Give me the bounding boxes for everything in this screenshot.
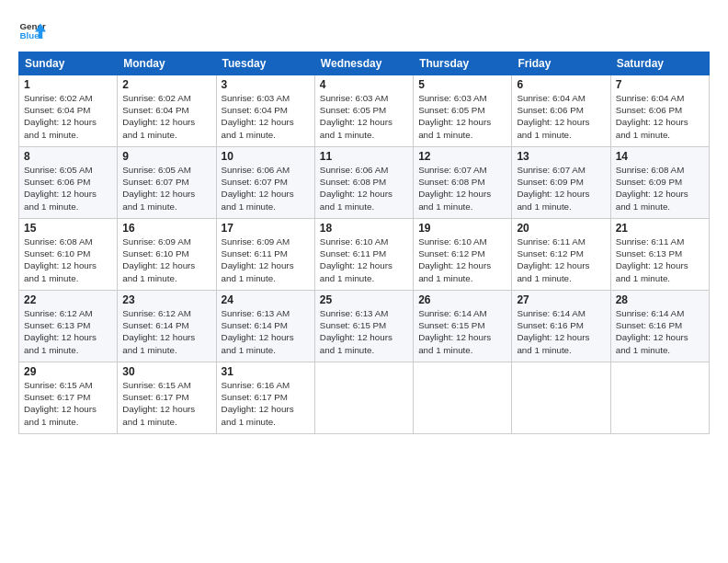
- calendar-cell: 1Sunrise: 6:02 AM Sunset: 6:04 PM Daylig…: [19, 75, 118, 147]
- calendar-cell: [314, 362, 413, 434]
- calendar-cell: 9Sunrise: 6:05 AM Sunset: 6:07 PM Daylig…: [118, 147, 216, 219]
- day-info: Sunrise: 6:02 AM Sunset: 6:04 PM Dayligh…: [122, 92, 210, 141]
- calendar-cell: 20Sunrise: 6:11 AM Sunset: 6:12 PM Dayli…: [512, 219, 610, 291]
- calendar-cell: 4Sunrise: 6:03 AM Sunset: 6:05 PM Daylig…: [314, 75, 413, 147]
- day-number: 17: [222, 222, 310, 235]
- logo-icon: General Blue: [18, 17, 46, 44]
- day-info: Sunrise: 6:13 AM Sunset: 6:14 PM Dayligh…: [222, 307, 310, 356]
- day-info: Sunrise: 6:14 AM Sunset: 6:15 PM Dayligh…: [418, 307, 506, 356]
- day-number: 2: [122, 78, 210, 91]
- day-number: 5: [418, 78, 506, 91]
- day-number: 6: [517, 78, 605, 91]
- week-row-5: 29Sunrise: 6:15 AM Sunset: 6:17 PM Dayli…: [19, 362, 710, 434]
- day-info: Sunrise: 6:08 AM Sunset: 6:10 PM Dayligh…: [24, 236, 112, 284]
- day-number: 23: [122, 293, 210, 306]
- calendar-cell: 7Sunrise: 6:04 AM Sunset: 6:06 PM Daylig…: [610, 75, 709, 147]
- calendar-cell: 18Sunrise: 6:10 AM Sunset: 6:11 PM Dayli…: [314, 219, 413, 291]
- calendar-cell: [414, 362, 512, 434]
- day-number: 14: [616, 150, 704, 163]
- calendar-cell: 2Sunrise: 6:02 AM Sunset: 6:04 PM Daylig…: [118, 75, 216, 147]
- day-number: 29: [24, 365, 112, 378]
- day-info: Sunrise: 6:09 AM Sunset: 6:11 PM Dayligh…: [222, 236, 310, 284]
- day-info: Sunrise: 6:15 AM Sunset: 6:17 PM Dayligh…: [122, 379, 210, 428]
- day-number: 19: [418, 222, 506, 235]
- calendar-cell: 15Sunrise: 6:08 AM Sunset: 6:10 PM Dayli…: [19, 219, 118, 291]
- calendar-cell: 28Sunrise: 6:14 AM Sunset: 6:16 PM Dayli…: [610, 291, 709, 362]
- calendar-cell: 19Sunrise: 6:10 AM Sunset: 6:12 PM Dayli…: [414, 219, 512, 291]
- day-info: Sunrise: 6:05 AM Sunset: 6:07 PM Dayligh…: [122, 164, 210, 213]
- day-info: Sunrise: 6:07 AM Sunset: 6:09 PM Dayligh…: [517, 164, 605, 213]
- calendar-cell: 3Sunrise: 6:03 AM Sunset: 6:04 PM Daylig…: [216, 75, 314, 147]
- day-info: Sunrise: 6:11 AM Sunset: 6:12 PM Dayligh…: [517, 236, 605, 284]
- day-number: 30: [122, 365, 210, 378]
- calendar-cell: 26Sunrise: 6:14 AM Sunset: 6:15 PM Dayli…: [414, 291, 512, 362]
- day-number: 13: [517, 150, 605, 163]
- day-info: Sunrise: 6:07 AM Sunset: 6:08 PM Dayligh…: [418, 164, 506, 213]
- calendar-cell: 22Sunrise: 6:12 AM Sunset: 6:13 PM Dayli…: [19, 291, 118, 362]
- week-row-4: 22Sunrise: 6:12 AM Sunset: 6:13 PM Dayli…: [19, 291, 710, 362]
- calendar-cell: 25Sunrise: 6:13 AM Sunset: 6:15 PM Dayli…: [314, 291, 413, 362]
- day-info: Sunrise: 6:08 AM Sunset: 6:09 PM Dayligh…: [616, 164, 704, 213]
- day-number: 27: [517, 293, 605, 306]
- day-number: 20: [517, 222, 605, 235]
- weekday-header-monday: Monday: [118, 52, 216, 75]
- day-info: Sunrise: 6:04 AM Sunset: 6:06 PM Dayligh…: [517, 92, 605, 141]
- day-info: Sunrise: 6:03 AM Sunset: 6:04 PM Dayligh…: [222, 92, 310, 141]
- weekday-header-row: SundayMondayTuesdayWednesdayThursdayFrid…: [19, 52, 710, 75]
- calendar-cell: 30Sunrise: 6:15 AM Sunset: 6:17 PM Dayli…: [118, 362, 216, 434]
- day-info: Sunrise: 6:12 AM Sunset: 6:14 PM Dayligh…: [122, 307, 210, 356]
- day-number: 26: [418, 293, 506, 306]
- day-info: Sunrise: 6:04 AM Sunset: 6:06 PM Dayligh…: [616, 92, 704, 141]
- logo: General Blue: [18, 17, 46, 44]
- week-row-3: 15Sunrise: 6:08 AM Sunset: 6:10 PM Dayli…: [19, 219, 710, 291]
- calendar-cell: 5Sunrise: 6:03 AM Sunset: 6:05 PM Daylig…: [414, 75, 512, 147]
- day-number: 22: [24, 293, 112, 306]
- day-info: Sunrise: 6:10 AM Sunset: 6:12 PM Dayligh…: [418, 236, 506, 284]
- calendar-cell: 6Sunrise: 6:04 AM Sunset: 6:06 PM Daylig…: [512, 75, 610, 147]
- calendar-cell: 12Sunrise: 6:07 AM Sunset: 6:08 PM Dayli…: [414, 147, 512, 219]
- calendar-cell: 27Sunrise: 6:14 AM Sunset: 6:16 PM Dayli…: [512, 291, 610, 362]
- day-number: 24: [222, 293, 310, 306]
- day-info: Sunrise: 6:15 AM Sunset: 6:17 PM Dayligh…: [24, 379, 112, 428]
- calendar-cell: 8Sunrise: 6:05 AM Sunset: 6:06 PM Daylig…: [19, 147, 118, 219]
- calendar-cell: 14Sunrise: 6:08 AM Sunset: 6:09 PM Dayli…: [610, 147, 709, 219]
- day-info: Sunrise: 6:03 AM Sunset: 6:05 PM Dayligh…: [418, 92, 506, 141]
- weekday-header-saturday: Saturday: [610, 52, 709, 75]
- calendar-cell: 24Sunrise: 6:13 AM Sunset: 6:14 PM Dayli…: [216, 291, 314, 362]
- day-info: Sunrise: 6:02 AM Sunset: 6:04 PM Dayligh…: [24, 92, 112, 141]
- weekday-header-tuesday: Tuesday: [216, 52, 314, 75]
- day-info: Sunrise: 6:12 AM Sunset: 6:13 PM Dayligh…: [24, 307, 112, 356]
- day-info: Sunrise: 6:14 AM Sunset: 6:16 PM Dayligh…: [616, 307, 704, 356]
- calendar-cell: [610, 362, 709, 434]
- calendar-cell: 21Sunrise: 6:11 AM Sunset: 6:13 PM Dayli…: [610, 219, 709, 291]
- day-number: 16: [122, 222, 210, 235]
- header: General Blue: [18, 17, 710, 44]
- day-info: Sunrise: 6:10 AM Sunset: 6:11 PM Dayligh…: [320, 236, 408, 284]
- day-info: Sunrise: 6:03 AM Sunset: 6:05 PM Dayligh…: [320, 92, 408, 141]
- day-info: Sunrise: 6:13 AM Sunset: 6:15 PM Dayligh…: [320, 307, 408, 356]
- day-number: 3: [222, 78, 310, 91]
- day-number: 25: [320, 293, 408, 306]
- week-row-2: 8Sunrise: 6:05 AM Sunset: 6:06 PM Daylig…: [19, 147, 710, 219]
- calendar-cell: 23Sunrise: 6:12 AM Sunset: 6:14 PM Dayli…: [118, 291, 216, 362]
- day-number: 7: [616, 78, 704, 91]
- weekday-header-thursday: Thursday: [414, 52, 512, 75]
- calendar-cell: 16Sunrise: 6:09 AM Sunset: 6:10 PM Dayli…: [118, 219, 216, 291]
- day-number: 12: [418, 150, 506, 163]
- day-number: 15: [24, 222, 112, 235]
- day-info: Sunrise: 6:05 AM Sunset: 6:06 PM Dayligh…: [24, 164, 112, 213]
- day-number: 28: [616, 293, 704, 306]
- day-number: 9: [122, 150, 210, 163]
- calendar-cell: 13Sunrise: 6:07 AM Sunset: 6:09 PM Dayli…: [512, 147, 610, 219]
- calendar-cell: 10Sunrise: 6:06 AM Sunset: 6:07 PM Dayli…: [216, 147, 314, 219]
- day-number: 31: [222, 365, 310, 378]
- day-info: Sunrise: 6:11 AM Sunset: 6:13 PM Dayligh…: [616, 236, 704, 284]
- calendar-cell: 17Sunrise: 6:09 AM Sunset: 6:11 PM Dayli…: [216, 219, 314, 291]
- calendar-cell: 31Sunrise: 6:16 AM Sunset: 6:17 PM Dayli…: [216, 362, 314, 434]
- weekday-header-wednesday: Wednesday: [314, 52, 413, 75]
- calendar-cell: 11Sunrise: 6:06 AM Sunset: 6:08 PM Dayli…: [314, 147, 413, 219]
- weekday-header-sunday: Sunday: [19, 52, 118, 75]
- day-number: 4: [320, 78, 408, 91]
- day-info: Sunrise: 6:16 AM Sunset: 6:17 PM Dayligh…: [222, 379, 310, 428]
- day-info: Sunrise: 6:09 AM Sunset: 6:10 PM Dayligh…: [122, 236, 210, 284]
